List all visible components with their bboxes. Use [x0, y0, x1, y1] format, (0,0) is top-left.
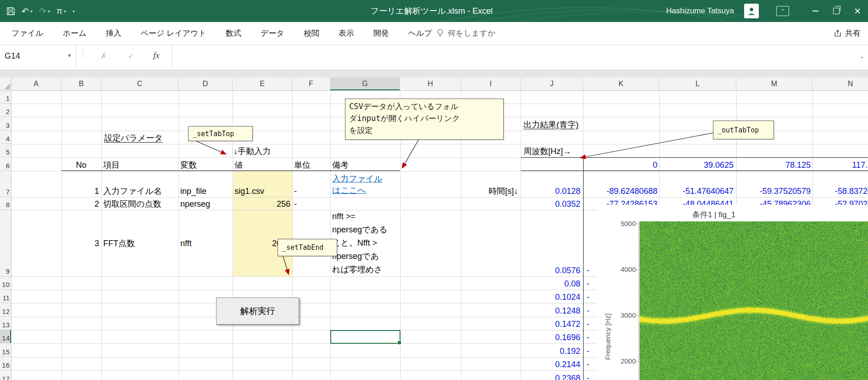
column-header-L[interactable]: L [659, 77, 736, 91]
settings-parameters-title[interactable]: 設定パラメータ [104, 133, 163, 143]
redo-dropdown-icon[interactable]: ▾ [48, 9, 50, 14]
param-variable[interactable]: inp_file [180, 186, 206, 196]
selected-cell-G14[interactable] [330, 330, 401, 344]
header-variable[interactable]: 変数 [180, 160, 197, 170]
row-header-6[interactable]: 6 [0, 157, 11, 171]
clipped-value-dash[interactable]: - [587, 332, 590, 342]
fft-remark-line[interactable]: npersegである [332, 225, 387, 235]
param-no[interactable]: 1 [53, 186, 99, 196]
time-value-cell[interactable]: 0.1024 [489, 292, 580, 302]
restore-button[interactable] [826, 0, 847, 22]
row-header-12[interactable]: 12 [0, 303, 11, 317]
pi-macro-button[interactable]: π▾ [56, 6, 66, 16]
formula-bar-expand-icon[interactable]: ⌄ [859, 53, 864, 60]
row-header-17[interactable]: 17 [0, 370, 11, 380]
column-header-J[interactable]: J [521, 77, 583, 91]
name-box-dropdown-icon[interactable]: ▼ [67, 53, 72, 58]
column-header-N[interactable]: N [812, 77, 868, 91]
tab-view[interactable]: 表示 [329, 22, 364, 44]
param-variable[interactable]: nfft [180, 238, 192, 248]
share-button[interactable]: 共有 [834, 22, 861, 44]
header-unit[interactable]: 単位 [294, 160, 311, 170]
row-header-4[interactable]: 4 [0, 131, 11, 144]
tab-review[interactable]: 校閲 [294, 22, 329, 44]
row-header-7[interactable]: 7 [0, 171, 11, 197]
worksheet-grid[interactable]: ABCDEFGHIJKLMN 1234567891011121314151617… [0, 77, 868, 380]
frequency-axis-label[interactable]: 周波数[Hz]→ [523, 146, 571, 156]
setTabTop-name-callout[interactable]: _setTabTop [188, 126, 253, 141]
column-header-E[interactable]: E [233, 77, 292, 91]
close-button[interactable]: × [847, 0, 868, 22]
db-value-cell[interactable]: -58.83720579 [785, 186, 868, 196]
enter-icon[interactable]: ✓ [128, 51, 134, 61]
column-header-G[interactable]: G [330, 77, 400, 91]
row-header-16[interactable]: 16 [0, 357, 11, 370]
param-unit[interactable]: - [294, 186, 297, 196]
row-header-10[interactable]: 10 [0, 276, 11, 290]
clipped-value-dash[interactable]: - [587, 306, 590, 316]
customize-quick-access-button[interactable]: ▾ [72, 9, 75, 14]
input-file-hyperlink[interactable]: はここへ [332, 185, 366, 195]
tab-home[interactable]: ホーム [53, 22, 96, 44]
undo-dropdown-icon[interactable]: ▾ [30, 9, 33, 14]
header-no[interactable]: No [61, 160, 101, 170]
insert-function-icon[interactable]: fx [153, 50, 160, 61]
input-file-hyperlink[interactable]: 入力ファイル [332, 174, 383, 184]
fill-handle[interactable] [397, 341, 401, 345]
frequency-value-cell[interactable]: 117.1875 [794, 160, 868, 170]
run-analysis-button[interactable]: 解析実行 [216, 297, 299, 325]
fft-remark-line[interactable]: れば零埋めさ [332, 264, 383, 275]
clipped-value-dash[interactable]: - [587, 346, 590, 356]
tab-insert[interactable]: 挿入 [96, 22, 131, 44]
time-value-cell[interactable]: 0.2144 [489, 359, 580, 369]
time-value-cell[interactable]: 0.08 [489, 279, 580, 289]
header-item[interactable]: 項目 [103, 160, 120, 170]
setTabEnd-name-callout[interactable]: _setTabEnd [278, 239, 337, 256]
tell-me-search[interactable]: 何をしますか [437, 22, 495, 44]
column-header-I[interactable]: I [461, 77, 521, 91]
fft-remark-line[interactable]: こと。Nfft > [332, 238, 377, 248]
row-header-13[interactable]: 13 [0, 317, 11, 330]
tab-data[interactable]: データ [251, 22, 294, 44]
row-header-2[interactable]: 2 [0, 104, 11, 117]
row-header-3[interactable]: 3 [0, 117, 11, 131]
header-remark[interactable]: 備考 [332, 160, 349, 170]
column-header-D[interactable]: D [178, 77, 233, 91]
name-box[interactable]: G14 ▼ [0, 44, 76, 69]
tab-help[interactable]: ヘルプ [399, 22, 442, 44]
tab-file[interactable]: ファイル [2, 22, 53, 44]
save-button[interactable] [6, 7, 15, 16]
column-header-C[interactable]: C [101, 77, 178, 91]
column-header-M[interactable]: M [736, 77, 812, 91]
time-value-cell[interactable]: 0.1472 [489, 319, 580, 329]
header-value[interactable]: 値 [234, 160, 243, 170]
param-value[interactable]: sig1.csv [234, 186, 264, 196]
column-header-F[interactable]: F [292, 77, 330, 91]
user-name[interactable]: Hashizume Tatsuya [666, 6, 734, 16]
param-item[interactable]: 切取区間の点数 [103, 199, 161, 209]
clipped-value-dash[interactable]: - [587, 373, 590, 380]
output-results-title[interactable]: 出力結果(青字) [523, 120, 579, 130]
manual-input-label[interactable]: ↓手動入力 [234, 146, 271, 156]
clipped-value-dash[interactable]: - [587, 319, 590, 329]
tab-developer[interactable]: 開発 [364, 22, 399, 44]
formula-input[interactable] [172, 44, 855, 69]
param-unit[interactable]: - [294, 199, 297, 209]
user-avatar[interactable] [744, 4, 759, 18]
row-header-5[interactable]: 5 [0, 144, 11, 157]
redo-button[interactable]: ↷▾ [39, 6, 50, 17]
fft-remark-line[interactable]: nfft >= [332, 211, 356, 221]
spectrogram-canvas[interactable] [640, 221, 868, 380]
param-item[interactable]: FFT点数 [103, 238, 135, 248]
column-header-K[interactable]: K [583, 77, 659, 91]
select-all-corner[interactable] [0, 77, 11, 91]
pi-dropdown-icon[interactable]: ▾ [64, 9, 66, 14]
param-item[interactable]: 入力ファイル名 [103, 186, 162, 196]
undo-button[interactable]: ↶▾ [22, 6, 33, 17]
param-no[interactable]: 2 [53, 199, 99, 209]
row-header-11[interactable]: 11 [0, 290, 11, 303]
formula-bar-grip[interactable]: ⋮ [79, 50, 86, 59]
column-header-B[interactable]: B [61, 77, 101, 91]
row-header-14[interactable]: 14 [0, 330, 11, 343]
clipped-value-dash[interactable]: - [587, 359, 590, 369]
